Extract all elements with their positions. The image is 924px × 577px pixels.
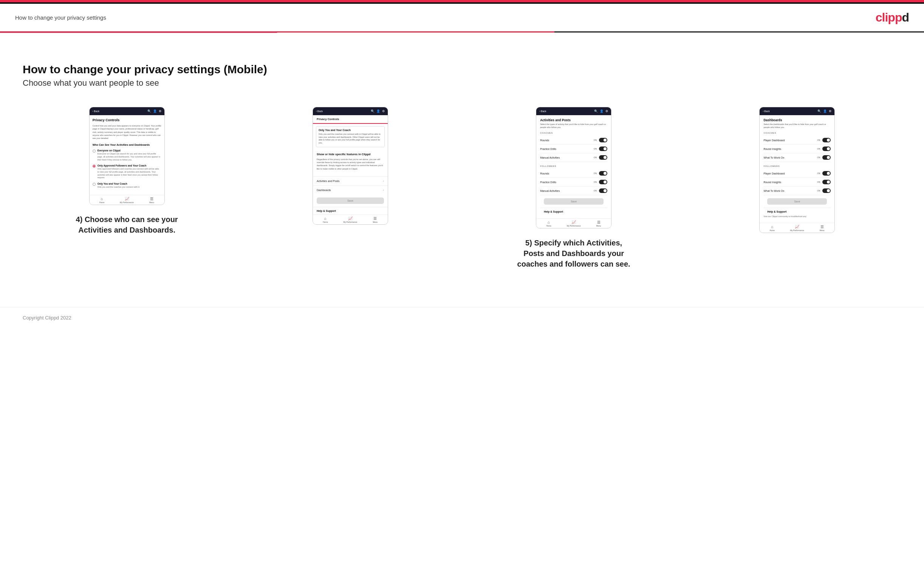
- followers-round-insights-toggle[interactable]: [822, 180, 831, 184]
- nav-performance-3[interactable]: 📈 My Performance: [561, 220, 586, 227]
- followers-drills-toggle-container: ON: [594, 180, 607, 184]
- help-support-4: Help & Support: [763, 208, 831, 215]
- phone3-icons: 🔍 👤 ⚙: [594, 110, 608, 113]
- option-everyone-label: Everyone on Clippd: [97, 149, 162, 152]
- coaches-manual-toggle[interactable]: [599, 155, 607, 160]
- followers-manual-label: Manual Activities: [540, 190, 560, 192]
- profile-icon-2[interactable]: 👤: [376, 110, 380, 113]
- phone4-bottom-nav: ⌂ Home 📈 My Performance ☰ Menu: [759, 223, 834, 233]
- dashboards-label: Dashboards: [317, 189, 331, 192]
- option-coach-only[interactable]: Only You and Your Coach Only you and the…: [92, 182, 162, 189]
- coaches-rounds-toggle[interactable]: [599, 138, 607, 142]
- home-icon-4: ⌂: [771, 225, 773, 229]
- coaches-what-to-work-toggle[interactable]: [822, 155, 831, 160]
- nav-menu-4[interactable]: ☰ Menu: [809, 225, 834, 232]
- search-icon-3[interactable]: 🔍: [594, 110, 598, 113]
- nav-performance-1[interactable]: 📈 My Performance: [115, 197, 139, 203]
- performance-icon-3: 📈: [572, 220, 576, 224]
- radio-approved[interactable]: [92, 164, 95, 168]
- search-icon-4[interactable]: 🔍: [817, 110, 821, 113]
- settings-icon-3[interactable]: ⚙: [606, 110, 608, 113]
- followers-round-insights-on-label: ON: [817, 181, 820, 183]
- nav-performance-2[interactable]: 📈 My Performance: [338, 216, 363, 223]
- followers-rounds-row: Rounds ON: [540, 169, 607, 178]
- coaches-player-dash-toggle[interactable]: [822, 138, 831, 142]
- nav-menu-2[interactable]: ☰ Menu: [363, 216, 388, 223]
- nav-home-3[interactable]: ⌂ Home: [536, 220, 561, 227]
- coaches-manual-toggle-container: ON: [594, 155, 607, 160]
- menu-label-4: Menu: [820, 229, 825, 232]
- followers-round-insights-label: Round Insights: [763, 181, 781, 184]
- settings-icon-4[interactable]: ⚙: [829, 110, 832, 113]
- coaches-drills-row: Practice Drills ON: [540, 145, 607, 153]
- followers-player-dash-on-label: ON: [817, 172, 820, 174]
- followers-player-dash-label: Player Dashboard: [763, 172, 785, 175]
- profile-icon-3[interactable]: 👤: [600, 110, 604, 113]
- dashboards-desc: Select the dashboards that you'd like to…: [763, 123, 831, 129]
- coaches-drills-label: Practice Drills: [540, 148, 556, 150]
- search-icon-2[interactable]: 🔍: [371, 110, 375, 113]
- followers-drills-toggle[interactable]: [599, 180, 607, 184]
- caption-1: 4) Choose who can see your Activities an…: [70, 214, 184, 235]
- chevron-icon-dashboards: ›: [383, 189, 384, 192]
- coaches-round-insights-toggle[interactable]: [822, 147, 831, 151]
- coaches-drills-toggle[interactable]: [599, 147, 607, 151]
- performance-label-2: My Performance: [344, 221, 357, 223]
- followers-rounds-toggle[interactable]: [599, 171, 607, 176]
- nav-menu-3[interactable]: ☰ Menu: [586, 220, 611, 227]
- nav-performance-4[interactable]: 📈 My Performance: [785, 225, 809, 232]
- followers-label-4: FOLLOWERS: [763, 165, 831, 167]
- phone2-header: ‹ Back 🔍 👤 ⚙: [313, 107, 388, 115]
- performance-icon-1: 📈: [125, 197, 129, 201]
- show-hide-title: Show or hide specific features in Clippd: [317, 153, 384, 156]
- radio-everyone[interactable]: [92, 150, 95, 153]
- screenshot-group-4: ‹ Back 🔍 👤 ⚙ Dashboards Select the dashb…: [693, 107, 901, 233]
- search-icon[interactable]: 🔍: [147, 110, 151, 113]
- phone2-back[interactable]: ‹ Back: [316, 110, 323, 113]
- activities-posts-item[interactable]: Activities and Posts ›: [313, 176, 388, 185]
- coaches-drills-toggle-container: ON: [594, 147, 607, 151]
- radio-coach-only[interactable]: [92, 183, 95, 186]
- main-content: How to change your privacy settings (Mob…: [0, 48, 924, 292]
- settings-icon[interactable]: ⚙: [159, 110, 162, 113]
- phone1-back[interactable]: ‹ Back: [92, 110, 99, 113]
- phone1-content: Privacy Controls Control how you and you…: [90, 115, 165, 195]
- followers-what-to-work-toggle-container: ON: [817, 189, 831, 193]
- save-button-2[interactable]: Save: [317, 198, 384, 204]
- phone3-content: Activities and Posts Select the types of…: [536, 115, 611, 218]
- nav-home-1[interactable]: ⌂ Home: [90, 197, 115, 203]
- followers-drills-row: Practice Drills ON: [540, 178, 607, 187]
- followers-manual-toggle[interactable]: [599, 189, 607, 193]
- profile-icon-4[interactable]: 👤: [823, 110, 827, 113]
- nav-home-4[interactable]: ⌂ Home: [759, 225, 785, 232]
- help-support-3: Help & Support: [540, 208, 607, 215]
- phone2-tab[interactable]: Privacy Controls: [313, 115, 388, 124]
- nav-home-2[interactable]: ⌂ Home: [313, 216, 338, 223]
- option-everyone[interactable]: Everyone on Clippd Everyone on Clippd ca…: [92, 149, 162, 161]
- followers-player-dash-toggle[interactable]: [822, 171, 831, 176]
- dashboards-item[interactable]: Dashboards ›: [313, 185, 388, 195]
- coaches-manual-row: Manual Activities ON: [540, 153, 607, 162]
- option-approved[interactable]: Only Approved Followers and Your Coach O…: [92, 164, 162, 179]
- header: How to change your privacy settings clip…: [0, 4, 924, 32]
- home-icon-1: ⌂: [101, 197, 103, 201]
- settings-icon-2[interactable]: ⚙: [382, 110, 385, 113]
- profile-icon[interactable]: 👤: [153, 110, 157, 113]
- phone1-bottom-nav: ⌂ Home 📈 My Performance ☰ Menu: [90, 195, 165, 205]
- phone3-back[interactable]: ‹ Back: [539, 110, 546, 113]
- save-button-4[interactable]: Save: [767, 198, 827, 205]
- save-button-3[interactable]: Save: [544, 198, 604, 205]
- phone3-header: ‹ Back 🔍 👤 ⚙: [536, 107, 611, 115]
- followers-what-to-work-toggle[interactable]: [822, 189, 831, 193]
- option-approved-desc: Only approved followers and coaches you …: [97, 168, 162, 179]
- followers-what-to-work-label: What To Work On: [763, 190, 784, 192]
- phone2-bottom-nav: ⌂ Home 📈 My Performance ☰ Menu: [313, 214, 388, 224]
- option-everyone-desc: Everyone on Clippd can search for you an…: [97, 153, 162, 161]
- activities-posts-desc: Select the types of activity that you'd …: [540, 123, 607, 129]
- logo: clippd: [876, 11, 909, 24]
- nav-menu-1[interactable]: ☰ Menu: [139, 197, 165, 203]
- phone4-back[interactable]: ‹ Back: [762, 110, 769, 113]
- dashboards-title: Dashboards: [763, 118, 831, 122]
- activities-posts-title: Activities and Posts: [540, 118, 607, 122]
- followers-label-3: FOLLOWERS: [540, 165, 607, 167]
